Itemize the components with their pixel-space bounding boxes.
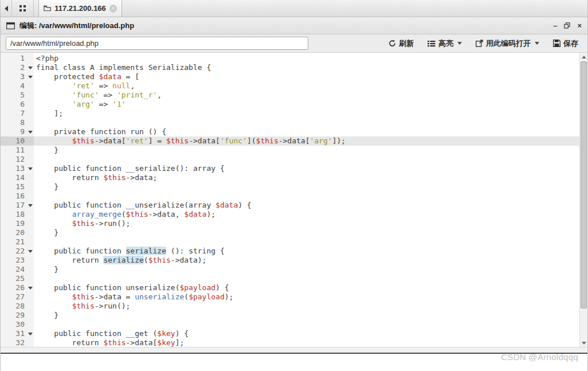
code-line[interactable]: } xyxy=(34,265,587,274)
minimize-button[interactable]: – xyxy=(553,22,557,29)
code-line[interactable]: protected $data = [ xyxy=(34,72,587,81)
close-button[interactable]: × xyxy=(577,22,582,29)
code-line[interactable] xyxy=(34,274,587,283)
code-editor: 1234567891011121314151617181920212223242… xyxy=(1,53,587,347)
gutter-line-number[interactable]: 18 xyxy=(1,210,34,219)
gutter-line-number[interactable]: 32 xyxy=(1,338,34,347)
code-line[interactable] xyxy=(34,192,587,201)
code-lines[interactable]: <?phpfinal class A implements Serializab… xyxy=(34,53,587,347)
fold-toggle-icon[interactable] xyxy=(28,287,33,290)
horizontal-scrollbar[interactable] xyxy=(1,347,587,353)
gutter-line-number[interactable]: 19 xyxy=(1,219,34,228)
gutter-line-number[interactable]: 11 xyxy=(1,146,34,155)
toolbar-buttons: 刷新 高亮 用此编码打开 xyxy=(385,37,582,50)
gutter-line-number[interactable]: 8 xyxy=(1,118,34,127)
code-line[interactable]: public function __get ($key) { xyxy=(34,329,587,338)
gutter-line-number[interactable]: 2 xyxy=(1,63,34,72)
file-path-input[interactable] xyxy=(6,37,308,50)
gutter-line-number[interactable]: 4 xyxy=(1,81,34,91)
gutter-line-number[interactable]: 30 xyxy=(1,320,34,329)
gutter-line-number[interactable]: 9 xyxy=(1,127,34,136)
editor-toolbar: 刷新 高亮 用此编码打开 xyxy=(1,34,587,53)
code-line[interactable]: return $this->data; xyxy=(34,173,587,182)
open-with-encoding-button[interactable]: 用此编码打开 xyxy=(472,37,543,50)
vertical-scrollbar[interactable] xyxy=(579,53,587,347)
gutter-line-number[interactable]: 16 xyxy=(1,192,34,201)
gutter-line-number[interactable]: 29 xyxy=(1,311,34,320)
back-button[interactable] xyxy=(1,0,12,17)
code-line[interactable]: $this->run(); xyxy=(34,219,587,228)
scrollbar-thumb[interactable] xyxy=(581,61,587,308)
save-button[interactable]: 保存 xyxy=(549,37,582,50)
code-line[interactable]: return $this->data[$key]; xyxy=(34,338,587,347)
gutter-line-number[interactable]: 3 xyxy=(1,72,34,81)
gutter-line-number[interactable]: 5 xyxy=(1,91,34,100)
code-line[interactable]: $this->data['ret'] = $this->data['func']… xyxy=(34,136,587,146)
code-line[interactable]: $this->data = unserialize($payload); xyxy=(34,292,587,302)
gutter-line-number[interactable]: 26 xyxy=(1,283,34,292)
scroll-down-icon[interactable] xyxy=(580,339,587,347)
code-line[interactable]: public function serialize (): string { xyxy=(34,247,587,256)
code-line[interactable]: 'func' => 'print_r', xyxy=(34,91,587,100)
fold-toggle-icon[interactable] xyxy=(28,204,33,207)
gutter-line-number[interactable]: 25 xyxy=(1,274,34,283)
fold-toggle-icon[interactable] xyxy=(28,250,33,253)
gutter: 1234567891011121314151617181920212223242… xyxy=(1,53,34,347)
code-line[interactable]: } xyxy=(34,146,587,155)
code-line[interactable]: <?php xyxy=(34,54,587,63)
code-line[interactable]: private function run () { xyxy=(34,127,587,136)
fold-toggle-icon[interactable] xyxy=(28,131,33,134)
gutter-line-number[interactable]: 7 xyxy=(1,109,34,118)
highlight-list-icon xyxy=(428,40,436,47)
scroll-up-icon[interactable] xyxy=(580,53,587,61)
gutter-line-number[interactable]: 28 xyxy=(1,302,34,311)
fold-toggle-icon[interactable] xyxy=(28,76,33,79)
gutter-line-number[interactable]: 31 xyxy=(1,329,34,338)
gutter-line-number[interactable]: 20 xyxy=(1,228,34,237)
back-arrow-icon xyxy=(5,6,8,11)
highlight-button[interactable]: 高亮 xyxy=(424,37,466,50)
code-line[interactable]: 'arg' => '1' xyxy=(34,100,587,109)
gutter-line-number[interactable]: 15 xyxy=(1,182,34,192)
code-line[interactable] xyxy=(34,118,587,127)
code-line[interactable]: } xyxy=(34,182,587,192)
restore-button[interactable] xyxy=(564,22,570,29)
gutter-line-number[interactable]: 13 xyxy=(1,164,34,173)
code-line[interactable]: ]; xyxy=(34,109,587,118)
code-line[interactable]: public function __serialize(): array { xyxy=(34,164,587,173)
code-line[interactable]: public function unserialize($payload) { xyxy=(34,283,587,292)
gutter-line-number[interactable]: 17 xyxy=(1,201,34,210)
gutter-line-number[interactable]: 27 xyxy=(1,292,34,302)
code-line[interactable] xyxy=(34,155,587,164)
gutter-line-number[interactable]: 12 xyxy=(1,155,34,164)
fold-toggle-icon[interactable] xyxy=(28,333,33,335)
code-line[interactable]: } xyxy=(34,228,587,237)
code-line[interactable]: public function __unserialize(array $dat… xyxy=(34,201,587,210)
code-line[interactable] xyxy=(34,237,587,247)
apps-grid-button[interactable] xyxy=(12,0,34,17)
window-title: 编辑: /var/www/html/preload.php xyxy=(19,21,134,31)
open-with-encoding-label: 用此编码打开 xyxy=(486,38,531,49)
gutter-line-number[interactable]: 6 xyxy=(1,100,34,109)
highlight-label: 高亮 xyxy=(438,38,453,49)
gutter-line-number[interactable]: 14 xyxy=(1,173,34,182)
gutter-line-number[interactable]: 23 xyxy=(1,256,34,265)
gutter-line-number[interactable]: 10 xyxy=(1,136,34,146)
fold-toggle-icon[interactable] xyxy=(28,167,33,170)
fold-toggle-icon[interactable] xyxy=(28,67,33,69)
code-line[interactable] xyxy=(34,320,587,329)
code-line[interactable]: final class A implements Serializable { xyxy=(34,63,587,72)
gutter-line-number[interactable]: 21 xyxy=(1,237,34,247)
code-line[interactable]: $this->run(); xyxy=(34,302,587,311)
gutter-line-number[interactable]: 1 xyxy=(1,54,34,63)
file-editor-window: 117.21.200.166 × 编辑: /var/www/html/prelo… xyxy=(0,0,588,371)
server-tab[interactable]: 117.21.200.166 × xyxy=(38,0,122,17)
code-line[interactable]: array_merge($this->data, $data); xyxy=(34,210,587,219)
code-line[interactable]: } xyxy=(34,311,587,320)
gutter-line-number[interactable]: 22 xyxy=(1,247,34,256)
tab-close-icon[interactable]: × xyxy=(109,5,117,13)
code-line[interactable]: 'ret' => null, xyxy=(34,81,587,91)
gutter-line-number[interactable]: 24 xyxy=(1,265,34,274)
code-line[interactable]: return serialize($this->data); xyxy=(34,256,587,265)
refresh-button[interactable]: 刷新 xyxy=(385,37,418,50)
